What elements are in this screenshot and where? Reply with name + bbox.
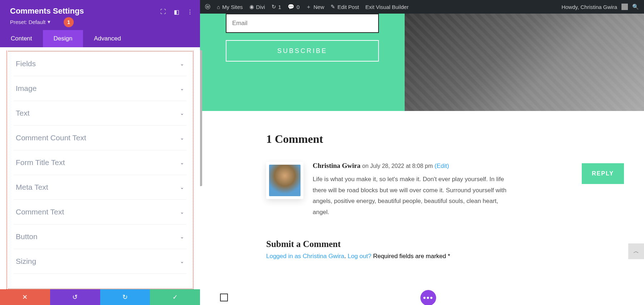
reply-button[interactable]: REPLY: [582, 163, 624, 184]
dots-icon: •••: [423, 293, 433, 302]
section-button[interactable]: Button⌄: [14, 224, 186, 249]
gauge-icon: ◉: [249, 4, 254, 10]
section-text[interactable]: Text⌄: [14, 101, 186, 126]
comment-icon: 💬: [288, 4, 294, 10]
redo-icon: ↻: [122, 293, 128, 301]
logout-link[interactable]: Log out?: [348, 253, 371, 260]
settings-tabs: Content Design Advanced: [0, 30, 200, 47]
section-sizing[interactable]: Sizing⌄: [14, 249, 186, 274]
section-comment-text[interactable]: Comment Text⌄: [14, 200, 186, 224]
email-field[interactable]: [226, 14, 379, 33]
panel-action-bar: ✕ ↺ ↻ ✓: [0, 289, 200, 305]
notification-badge: 1: [64, 17, 74, 27]
wp-admin-bar: ⓦ ⌂My Sites ◉Divi ↻1 💬0 ＋New ✎Edit Post …: [200, 0, 644, 14]
focus-icon[interactable]: ⛶: [160, 9, 166, 15]
comments-heading: 1 Comment: [266, 132, 595, 146]
chevron-down-icon: ⌄: [180, 160, 184, 165]
scroll-to-top-button[interactable]: ︿: [628, 243, 644, 259]
search-icon[interactable]: 🔍: [632, 4, 639, 10]
section-form-title-text[interactable]: Form Title Text⌄: [14, 150, 186, 175]
dock-icon[interactable]: ◧: [174, 9, 179, 15]
tab-content[interactable]: Content: [0, 30, 43, 47]
hero-image: [405, 14, 644, 111]
preset-selector[interactable]: Preset: Default ▾ 1: [10, 19, 190, 25]
divi-link[interactable]: ◉Divi: [249, 4, 265, 10]
subscribe-button[interactable]: SUBSCRIBE: [226, 40, 379, 62]
chevron-down-icon: ⌄: [180, 209, 184, 215]
comment-meta: Christina Gwira on July 28, 2022 at 8:08…: [313, 162, 595, 170]
more-icon[interactable]: ⋮: [187, 9, 193, 15]
sites-icon: ⌂: [217, 4, 220, 10]
page-preview: SUBSCRIBE 1 Comment Christina Gwira on J…: [200, 14, 644, 305]
close-icon: ✕: [22, 293, 28, 301]
required-text: Required fields are marked *: [373, 253, 450, 260]
section-meta-text[interactable]: Meta Text⌄: [14, 175, 186, 200]
chevron-down-icon: ⌄: [180, 234, 184, 239]
redo-button[interactable]: ↻: [100, 289, 150, 305]
selection-checkbox[interactable]: [220, 294, 228, 301]
avatar-image: [269, 165, 301, 196]
tab-advanced[interactable]: Advanced: [83, 30, 132, 47]
edit-comment-link[interactable]: (Edit): [434, 163, 449, 169]
section-image[interactable]: Image⌄: [14, 76, 186, 101]
section-fields[interactable]: Fields⌄: [14, 52, 186, 76]
comment-body-text: Life is what you make it, so let's make …: [313, 174, 513, 218]
comment-form-note: Logged in as Christina Gwira. Log out? R…: [266, 253, 595, 260]
comment-avatar: [266, 162, 303, 199]
comment-form-title: Submit a Comment: [266, 239, 595, 249]
comments-settings-panel: Comments Settings Preset: Default ▾ 1 ⛶ …: [0, 0, 200, 305]
comment-item: Christina Gwira on July 28, 2022 at 8:08…: [266, 162, 595, 218]
wp-logo[interactable]: ⓦ: [205, 4, 210, 10]
check-icon: ✓: [172, 293, 178, 301]
my-sites-link[interactable]: ⌂My Sites: [217, 4, 243, 10]
wordpress-icon: ⓦ: [205, 4, 210, 10]
chevron-down-icon: ⌄: [180, 61, 184, 67]
logged-in-link[interactable]: Logged in as Christina Gwira: [266, 253, 344, 260]
panel-header: Comments Settings Preset: Default ▾ 1 ⛶ …: [0, 0, 200, 30]
header-actions: ⛶ ◧ ⋮: [160, 9, 193, 15]
subscribe-form: SUBSCRIBE: [200, 14, 405, 111]
updates-link[interactable]: ↻1: [272, 4, 281, 10]
undo-button[interactable]: ↺: [50, 289, 100, 305]
chevron-down-icon: ⌄: [180, 258, 184, 264]
user-avatar-icon[interactable]: [621, 4, 628, 10]
comment-author: Christina Gwira: [313, 162, 361, 169]
chevron-down-icon: ⌄: [180, 184, 184, 190]
edit-post-link[interactable]: ✎Edit Post: [331, 4, 359, 10]
chevron-down-icon: ▾: [48, 19, 50, 25]
comments-link[interactable]: 💬0: [288, 4, 299, 10]
chevron-down-icon: ⌄: [180, 110, 184, 116]
undo-icon: ↺: [72, 293, 78, 301]
comments-area: 1 Comment Christina Gwira on July 28, 20…: [266, 111, 595, 260]
pencil-icon: ✎: [331, 4, 335, 10]
save-button[interactable]: ✓: [150, 289, 200, 305]
tab-design[interactable]: Design: [43, 30, 83, 47]
howdy-text[interactable]: Howdy, Christina Gwira: [561, 4, 617, 10]
comment-date: on July 28, 2022 at 8:08 pm: [362, 163, 433, 169]
close-button[interactable]: ✕: [0, 289, 50, 305]
chevron-up-icon: ︿: [633, 248, 639, 255]
refresh-icon: ↻: [272, 4, 276, 10]
chevron-down-icon: ⌄: [180, 135, 184, 141]
more-actions-fab[interactable]: •••: [420, 290, 436, 305]
design-sections: Fields⌄ Image⌄ Text⌄ Comment Count Text⌄…: [6, 51, 194, 289]
new-link[interactable]: ＋New: [306, 4, 324, 10]
exit-visual-builder-link[interactable]: Exit Visual Builder: [365, 4, 409, 10]
chevron-down-icon: ⌄: [180, 86, 184, 91]
plus-icon: ＋: [306, 4, 311, 10]
section-comment-count-text[interactable]: Comment Count Text⌄: [14, 126, 186, 150]
hero-section: SUBSCRIBE: [200, 14, 644, 111]
preset-label: Preset: Default: [10, 19, 45, 25]
